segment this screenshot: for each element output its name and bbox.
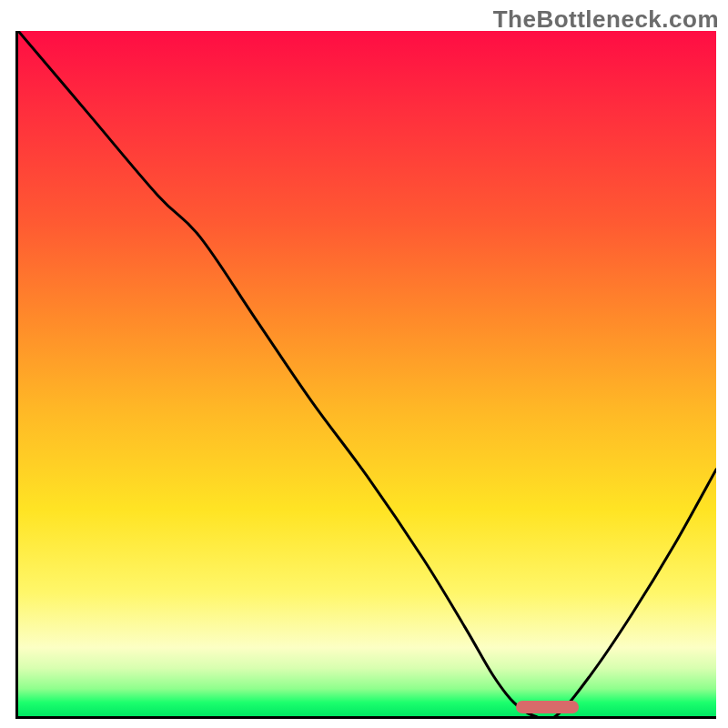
- bottleneck-chart: TheBottleneck.com: [0, 0, 728, 728]
- sweet-spot-marker: [516, 701, 579, 713]
- curve-path: [18, 31, 716, 716]
- bottleneck-curve: [18, 31, 716, 716]
- plot-area: [15, 31, 716, 719]
- watermark-label: TheBottleneck.com: [493, 5, 719, 34]
